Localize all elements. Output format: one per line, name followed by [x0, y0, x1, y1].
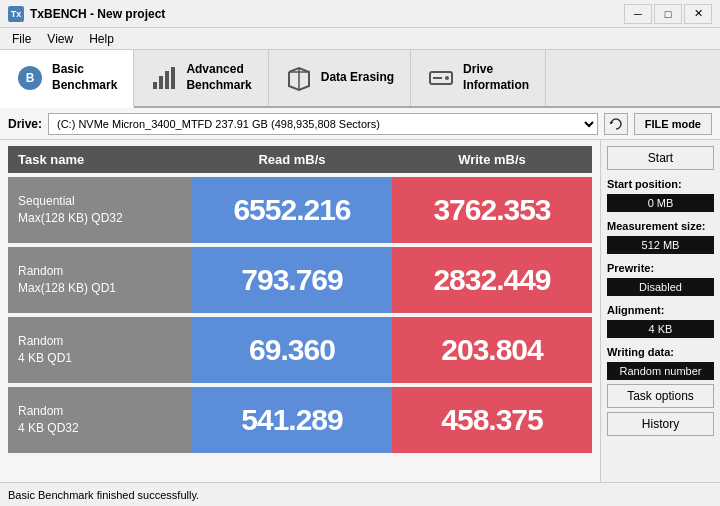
titlebar-controls: ─ □ ✕	[624, 4, 712, 24]
drive-select[interactable]: (C:) NVMe Micron_3400_MTFD 237.91 GB (49…	[48, 113, 598, 135]
status-text: Basic Benchmark finished successfully.	[8, 489, 199, 501]
tab-advanced-label: AdvancedBenchmark	[186, 62, 251, 93]
close-button[interactable]: ✕	[684, 4, 712, 24]
read-sequential: 6552.216	[192, 177, 392, 243]
read-random-4k-qd32: 541.289	[192, 387, 392, 453]
write-random-4k-qd32: 458.375	[392, 387, 592, 453]
tab-advanced-benchmark[interactable]: AdvancedBenchmark	[134, 50, 268, 106]
minimize-button[interactable]: ─	[624, 4, 652, 24]
write-sequential: 3762.353	[392, 177, 592, 243]
tab-erase-label: Data Erasing	[321, 70, 394, 86]
tab-basic-benchmark[interactable]: B BasicBenchmark	[0, 50, 134, 108]
drive-bar: Drive: (C:) NVMe Micron_3400_MTFD 237.91…	[0, 108, 720, 140]
table-row: Random4 KB QD32 541.289 458.375	[8, 387, 592, 453]
benchmark-area: Task name Read mB/s Write mB/s Sequentia…	[0, 140, 600, 482]
statusbar: Basic Benchmark finished successfully.	[0, 482, 720, 506]
menu-view[interactable]: View	[39, 30, 81, 48]
header-write: Write mB/s	[392, 146, 592, 173]
main-content: Task name Read mB/s Write mB/s Sequentia…	[0, 140, 720, 482]
svg-rect-4	[165, 71, 169, 89]
write-random-128k-qd1: 2832.449	[392, 247, 592, 313]
svg-point-9	[445, 76, 449, 80]
measurement-size-value: 512 MB	[607, 236, 714, 254]
svg-rect-3	[159, 76, 163, 89]
writing-data-label: Writing data:	[607, 346, 714, 358]
start-position-label: Start position:	[607, 178, 714, 190]
svg-rect-5	[171, 67, 175, 89]
table-row: RandomMax(128 KB) QD1 793.769 2832.449	[8, 247, 592, 313]
prewrite-label: Prewrite:	[607, 262, 714, 274]
tab-basic-label: BasicBenchmark	[52, 62, 117, 93]
tab-drive-information[interactable]: DriveInformation	[411, 50, 546, 106]
start-button[interactable]: Start	[607, 146, 714, 170]
write-random-4k-qd1: 203.804	[392, 317, 592, 383]
read-random-4k-qd1: 69.360	[192, 317, 392, 383]
drive-label: Drive:	[8, 117, 42, 131]
right-panel: Start Start position: 0 MB Measurement s…	[600, 140, 720, 482]
toolbar: B BasicBenchmark AdvancedBenchmark Data …	[0, 50, 720, 108]
header-read: Read mB/s	[192, 146, 392, 173]
svg-text:B: B	[26, 71, 35, 85]
tab-data-erasing[interactable]: Data Erasing	[269, 50, 411, 106]
menu-file[interactable]: File	[4, 30, 39, 48]
menubar: File View Help	[0, 28, 720, 50]
task-options-button[interactable]: Task options	[607, 384, 714, 408]
history-button[interactable]: History	[607, 412, 714, 436]
drive-information-icon	[427, 64, 455, 92]
file-mode-button[interactable]: FILE mode	[634, 113, 712, 135]
drive-refresh-button[interactable]	[604, 113, 628, 135]
task-random-128k-qd1: RandomMax(128 KB) QD1	[8, 247, 192, 313]
tab-drive-label: DriveInformation	[463, 62, 529, 93]
maximize-button[interactable]: □	[654, 4, 682, 24]
header-task: Task name	[8, 146, 192, 173]
basic-benchmark-icon: B	[16, 64, 44, 92]
measurement-size-label: Measurement size:	[607, 220, 714, 232]
svg-rect-2	[153, 82, 157, 89]
titlebar: Tx TxBENCH - New project ─ □ ✕	[0, 0, 720, 28]
task-random-4k-qd32: Random4 KB QD32	[8, 387, 192, 453]
table-header: Task name Read mB/s Write mB/s	[8, 146, 592, 173]
menu-help[interactable]: Help	[81, 30, 122, 48]
advanced-benchmark-icon	[150, 64, 178, 92]
alignment-label: Alignment:	[607, 304, 714, 316]
table-row: SequentialMax(128 KB) QD32 6552.216 3762…	[8, 177, 592, 243]
read-random-128k-qd1: 793.769	[192, 247, 392, 313]
writing-data-value: Random number	[607, 362, 714, 380]
task-sequential: SequentialMax(128 KB) QD32	[8, 177, 192, 243]
titlebar-left: Tx TxBENCH - New project	[8, 6, 165, 22]
app-title: TxBENCH - New project	[30, 7, 165, 21]
table-row: Random4 KB QD1 69.360 203.804	[8, 317, 592, 383]
task-random-4k-qd1: Random4 KB QD1	[8, 317, 192, 383]
prewrite-value: Disabled	[607, 278, 714, 296]
app-icon: Tx	[8, 6, 24, 22]
alignment-value: 4 KB	[607, 320, 714, 338]
data-erasing-icon	[285, 64, 313, 92]
start-position-value: 0 MB	[607, 194, 714, 212]
